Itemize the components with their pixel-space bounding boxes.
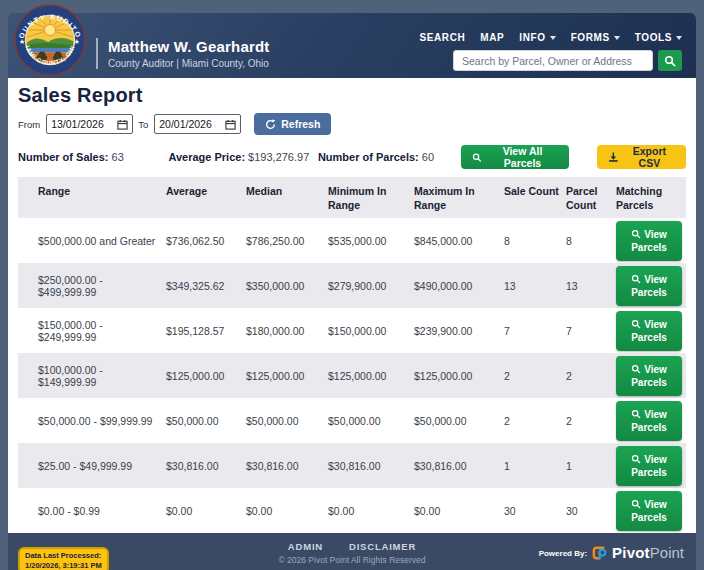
view-parcels-button[interactable]: View Parcels — [616, 356, 682, 396]
search-input[interactable] — [453, 50, 653, 71]
cell-minimum: $535,000.00 — [328, 235, 414, 247]
chevron-down-icon — [676, 36, 682, 40]
view-parcels-button[interactable]: View Parcels — [616, 266, 682, 306]
view-parcels-button[interactable]: View Parcels — [616, 401, 682, 441]
view-parcels-label-line1: View — [644, 453, 667, 466]
view-parcels-label-line2: Parcels — [631, 466, 667, 479]
cell-median: $125,000.00 — [246, 370, 328, 382]
view-parcels-label-line1: View — [644, 408, 667, 421]
copyright-text: © 2026 Pivot Point All Rights Reserved — [278, 555, 425, 565]
date-controls: From To — [18, 113, 686, 135]
view-all-parcels-button[interactable]: View All Parcels — [461, 145, 569, 169]
cell-minimum: $279,900.00 — [328, 280, 414, 292]
view-parcels-label-line2: Parcels — [631, 331, 667, 344]
stat-number-of-sales: Number of Sales: 63 — [18, 151, 168, 163]
cell-average: $0.00 — [166, 505, 246, 517]
table-row: $25.00 - $49,999.99 $30,816.00 $30,816.0… — [18, 443, 686, 488]
cell-sale-count: 13 — [504, 280, 566, 292]
view-parcels-label-line1: View — [644, 498, 667, 511]
officer-block: Matthew W. Gearhardt County Auditor | Mi… — [96, 38, 270, 69]
cell-sale-count: 8 — [504, 235, 566, 247]
officer-name: Matthew W. Gearhardt — [108, 38, 270, 55]
cell-maximum: $50,000.00 — [414, 415, 504, 427]
site-footer: ADMIN DISCLAIMER © 2026 Pivot Point All … — [8, 533, 696, 570]
view-parcels-label-line1: View — [644, 273, 667, 286]
cell-parcel-count: 7 — [566, 325, 616, 337]
column-header: Matching Parcels — [616, 184, 686, 212]
search-icon — [631, 454, 641, 464]
nav-item-map[interactable]: MAP — [480, 32, 504, 43]
column-header: Minimum In Range — [328, 184, 414, 212]
nav-item-forms[interactable]: FORMS — [571, 32, 620, 43]
cell-average: $30,816.00 — [166, 460, 246, 472]
view-parcels-button[interactable]: View Parcels — [616, 491, 682, 531]
column-header: Range — [18, 184, 166, 198]
cell-median: $50,000.00 — [246, 415, 328, 427]
cell-sale-count: 2 — [504, 415, 566, 427]
search-icon — [631, 364, 641, 374]
search-icon — [664, 55, 676, 67]
view-parcels-label-line2: Parcels — [631, 421, 667, 434]
cell-median: $786,250.00 — [246, 235, 328, 247]
to-date-box[interactable] — [154, 114, 241, 134]
view-parcels-label-line1: View — [644, 363, 667, 376]
nav-item-info[interactable]: INFO — [519, 32, 555, 43]
site-header: COUNTY AUDITOR MIAMI COUNTY, OHIO ★ ★ Ma… — [8, 13, 696, 78]
cell-sale-count: 2 — [504, 370, 566, 382]
view-all-parcels-label: View All Parcels — [487, 145, 558, 169]
brand-name-light: Point — [650, 544, 684, 561]
search-icon — [631, 409, 641, 419]
nav-item-tools[interactable]: TOOLS — [635, 32, 682, 43]
view-parcels-label-line1: View — [644, 318, 667, 331]
cell-maximum: $239,900.00 — [414, 325, 504, 337]
view-parcels-label-line2: Parcels — [631, 241, 667, 254]
processed-label: Data Last Processed: — [25, 551, 102, 561]
export-csv-label: Export CSV — [624, 145, 675, 169]
cell-minimum: $50,000.00 — [328, 415, 414, 427]
cell-average: $125,000.00 — [166, 370, 246, 382]
cell-median: $30,816.00 — [246, 460, 328, 472]
svg-text:★: ★ — [74, 38, 80, 46]
to-date-input[interactable] — [159, 118, 221, 130]
cell-range: $0.00 - $0.99 — [18, 505, 166, 517]
cell-parcel-count: 30 — [566, 505, 616, 517]
cell-maximum: $845,000.00 — [414, 235, 504, 247]
table-row: $100,000.00 - $149,999.99 $125,000.00 $1… — [18, 353, 686, 398]
table-row: $500,000.00 and Greater $736,062.50 $786… — [18, 218, 686, 263]
sales-table: Range Average Median Minimum In Range Ma… — [18, 177, 686, 533]
powered-by[interactable]: Powered By: PivotPoint — [539, 544, 684, 562]
cell-average: $736,062.50 — [166, 235, 246, 247]
from-date-box[interactable] — [46, 114, 133, 134]
view-parcels-button[interactable]: View Parcels — [616, 311, 682, 351]
county-seal-logo[interactable]: COUNTY AUDITOR MIAMI COUNTY, OHIO ★ ★ — [14, 4, 86, 76]
cell-median: $0.00 — [246, 505, 328, 517]
footer-link-admin[interactable]: ADMIN — [288, 541, 323, 552]
search-icon — [631, 229, 641, 239]
view-parcels-button[interactable]: View Parcels — [616, 221, 682, 261]
cell-median: $180,000.00 — [246, 325, 328, 337]
column-header: Median — [246, 184, 328, 198]
footer-link-disclaimer[interactable]: DISCLAIMER — [349, 541, 416, 552]
cell-sale-count: 7 — [504, 325, 566, 337]
page-title: Sales Report — [18, 84, 686, 107]
sales-table-header: Range Average Median Minimum In Range Ma… — [18, 177, 686, 218]
stat-number-of-parcels: Number of Parcels: 60 — [318, 151, 461, 163]
export-csv-button[interactable]: Export CSV — [597, 145, 686, 169]
refresh-button[interactable]: Refresh — [254, 113, 331, 135]
processed-value: 1/20/2026, 3:19:31 PM — [25, 561, 102, 570]
officer-subtitle: County Auditor | Miami County, Ohio — [108, 58, 270, 69]
cell-minimum: $125,000.00 — [328, 370, 414, 382]
view-parcels-button[interactable]: View Parcels — [616, 446, 682, 486]
content-card: COUNTY AUDITOR MIAMI COUNTY, OHIO ★ ★ Ma… — [8, 13, 696, 562]
cell-range: $250,000.00 - $499,999.99 — [18, 274, 166, 298]
from-date-input[interactable] — [51, 118, 113, 130]
view-parcels-label-line2: Parcels — [631, 376, 667, 389]
search-button[interactable] — [658, 50, 682, 71]
cell-sale-count: 1 — [504, 460, 566, 472]
table-row: $250,000.00 - $499,999.99 $349,325.62 $3… — [18, 263, 686, 308]
nav-item-search[interactable]: SEARCH — [419, 32, 465, 43]
table-row: $0.00 - $0.99 $0.00 $0.00 $0.00 $0.00 30… — [18, 488, 686, 533]
download-icon — [608, 151, 619, 163]
main-nav: SEARCH MAP INFO FORMS TOOLS — [419, 32, 682, 43]
cell-sale-count: 30 — [504, 505, 566, 517]
